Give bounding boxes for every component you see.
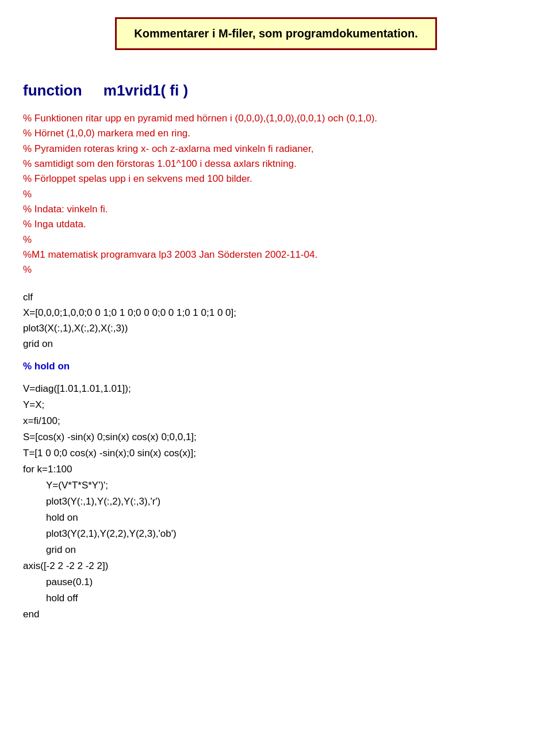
function-name: m1vrid1( fi ) [103, 82, 188, 99]
code-line-axis: axis([-2 2 -2 2 -2 2]) [23, 558, 529, 574]
comment-line-3: % Pyramiden roteras kring x- och z-axlar… [23, 142, 529, 156]
code-line-vdiag: V=diag([1.01,1.01,1.01]); [23, 381, 529, 397]
header-title: Kommentarer i M-filer, som programdokume… [134, 27, 417, 40]
code-line-pause: pause(0.1) [46, 574, 529, 590]
comment-line-1: % Funktionen ritar upp en pyramid med hö… [23, 111, 529, 126]
header-box: Kommentarer i M-filer, som programdokume… [115, 17, 436, 50]
function-keyword: function [23, 82, 82, 99]
code-line-x: X=[0,0,0;1,0,0;0 0 1;0 1 0;0 0 0;0 0 1;0… [23, 305, 529, 320]
code-line-xfi: x=fi/100; [23, 413, 529, 429]
comment-line-8: % Inga utdata. [23, 217, 529, 232]
function-signature: function m1vrid1( fi ) [23, 82, 529, 100]
code-line-hold-off: hold off [46, 590, 529, 606]
comment-line-10: %M1 matematisk programvara lp3 2003 Jan … [23, 247, 529, 262]
code-line-end: end [23, 606, 529, 623]
code-line-hold-on: hold on [46, 510, 529, 526]
comment-line-11: % [23, 262, 529, 277]
code-line-plot3: plot3(X(:,1),X(:,2),X(:,3)) [23, 320, 529, 336]
code-line-y-update: Y=(V*T*S*Y')'; [46, 478, 529, 494]
code-line-t: T=[1 0 0;0 cos(x) -sin(x);0 sin(x) cos(x… [23, 445, 529, 461]
code-line-for: for k=1:100 [23, 461, 529, 478]
comment-line-2: % Hörnet (1,0,0) markera med en ring. [23, 126, 529, 141]
comment-line-9: % [23, 232, 529, 247]
comment-line-7: % Indata: vinkeln fi. [23, 202, 529, 217]
code-block-1: clf X=[0,0,0;1,0,0;0 0 1;0 1 0;0 0 0;0 0… [23, 289, 529, 352]
comment-line-6: % [23, 187, 529, 202]
comment-line-5: % Förloppet spelas upp i en sekvens med … [23, 171, 529, 186]
code-block-2: V=diag([1.01,1.01,1.01]); Y=X; x=fi/100;… [23, 381, 529, 623]
code-line-clf: clf [23, 289, 529, 305]
code-line-plot3-r: plot3(Y(:,1),Y(:,2),Y(:,3),'r') [46, 494, 529, 510]
main-content: function m1vrid1( fi ) % Funktionen rita… [17, 82, 535, 623]
code-line-grid-on: grid on [46, 542, 529, 558]
comment-line-4: % samtidigt som den förstoras 1.01^100 i… [23, 156, 529, 171]
code-line-plot3-ob: plot3(Y(2,1),Y(2,2),Y(2,3),'ob') [46, 526, 529, 542]
code-line-s: S=[cos(x) -sin(x) 0;sin(x) cos(x) 0;0,0,… [23, 429, 529, 445]
code-line-yx: Y=X; [23, 397, 529, 413]
comment-block: % Funktionen ritar upp en pyramid med hö… [23, 111, 529, 278]
code-line-grid: grid on [23, 336, 529, 352]
hold-on-comment: % hold on [23, 361, 529, 372]
